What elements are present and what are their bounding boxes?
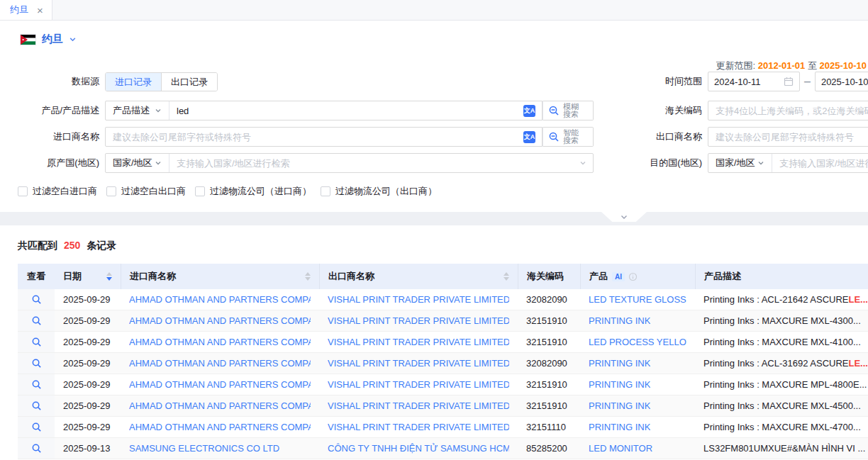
filter-checkbox-3[interactable]: 过滤物流公司（进口商） — [195, 185, 311, 198]
column-header-importer[interactable]: 进口商名称 — [121, 264, 319, 289]
description-text: LS32FM801UMXUE#&MÀN HÌNH VI ... — [703, 443, 865, 454]
chevron-down-icon[interactable] — [579, 159, 586, 167]
start-date-input[interactable]: 2024-10-11 — [708, 72, 800, 91]
sort-desc-icon[interactable] — [106, 277, 112, 281]
exporter-link[interactable]: VISHAL PRINT TRADER PRIVATE LIMITED — [328, 379, 509, 390]
exporter-link[interactable]: VISHAL PRINT TRADER PRIVATE LIMITED — [328, 294, 509, 305]
sort-asc-icon[interactable] — [305, 272, 311, 276]
importer-cell: AHMAD OTHMAN AND PARTNERS COMPA... — [121, 374, 319, 395]
checkbox[interactable] — [18, 186, 28, 196]
product-link[interactable]: PRINTING INK — [589, 315, 650, 326]
product-link[interactable]: PRINTING INK — [589, 422, 650, 432]
info-icon[interactable] — [628, 272, 638, 281]
description-text: Printing Inks : MAXCURE MXL-4100... — [703, 337, 861, 347]
sort-desc-icon[interactable] — [503, 277, 509, 281]
product-link[interactable]: LED TEXTURE GLOSS ... — [589, 294, 686, 305]
exporter-link[interactable]: VISHAL PRINT TRADER PRIVATE LIMITED — [328, 422, 509, 432]
column-label: 查看 — [27, 270, 45, 283]
checkbox[interactable] — [195, 186, 205, 196]
country-selector[interactable]: 约旦 — [20, 33, 77, 46]
sort-desc-icon[interactable] — [305, 277, 311, 281]
product-type-select[interactable]: 产品描述 — [106, 101, 169, 120]
importer-link[interactable]: AHMAD OTHMAN AND PARTNERS COMPA... — [129, 379, 311, 390]
filter-checkbox-4[interactable]: 过滤物流公司（出口商） — [321, 185, 437, 198]
dest-country-control: 国家/地区 — [708, 153, 868, 173]
view-record-button[interactable] — [31, 358, 42, 369]
product-link[interactable]: LED PROCESS YELLOW... — [589, 337, 686, 347]
data-source-toggle: 进口记录 出口记录 — [105, 72, 218, 91]
filter-checkbox-1[interactable]: 过滤空白进口商 — [18, 185, 97, 198]
origin-country-input[interactable] — [169, 158, 579, 169]
checkbox[interactable] — [106, 186, 116, 196]
chevron-down-icon — [155, 159, 162, 167]
column-header-exporter[interactable]: 出口商名称 — [319, 264, 518, 289]
exporter-link[interactable]: VISHAL PRINT TRADER PRIVATE LIMITED — [328, 315, 509, 326]
search-panel: 约旦 更新范围: 2012-01-01 至 2025-10-10 数据源 进口记… — [0, 21, 868, 212]
end-date-input[interactable]: 2025-10-10 — [815, 72, 868, 91]
dest-country-input[interactable] — [772, 158, 868, 169]
fuzzy-search-button[interactable]: 模糊搜索 — [542, 101, 594, 120]
hs-code-label: 海关编码 — [625, 104, 702, 117]
view-record-button[interactable] — [31, 422, 42, 432]
hs-code-cell: 32082090 — [518, 353, 580, 374]
importer-link[interactable]: AHMAD OTHMAN AND PARTNERS COMPA... — [129, 315, 311, 326]
checkbox[interactable] — [321, 186, 330, 196]
hs-code-cell: 32151110 — [518, 417, 580, 437]
end-date-value: 2025-10-10 — [821, 77, 868, 87]
product-link[interactable]: PRINTING INK — [589, 379, 650, 390]
view-record-button[interactable] — [31, 294, 42, 305]
form-row-importer: 进口商名称 文A 智能搜索 出口商名称 — [0, 127, 868, 147]
product-link[interactable]: LED MONITOR — [589, 443, 652, 454]
exporter-name-input[interactable] — [708, 127, 868, 147]
summary-prefix: 共匹配到 — [18, 240, 57, 251]
importer-link[interactable]: AHMAD OTHMAN AND PARTNERS COMPA... — [129, 294, 311, 305]
view-record-button[interactable] — [31, 337, 42, 347]
product-link[interactable]: PRINTING INK — [589, 358, 650, 369]
sort-asc-icon[interactable] — [106, 272, 112, 276]
importer-link[interactable]: AHMAD OTHMAN AND PARTNERS COMPA... — [129, 337, 311, 347]
description-highlight: LE... — [849, 358, 868, 369]
product-link[interactable]: PRINTING INK — [589, 400, 650, 411]
importer-cell: AHMAD OTHMAN AND PARTNERS COMPA... — [121, 310, 319, 331]
view-record-button[interactable] — [31, 379, 42, 390]
description-cell: Printing Inks : MAXCURE MXL-4500... — [695, 396, 868, 416]
tab-jordan[interactable]: 约旦 × — [0, 0, 52, 20]
table-row: 2025-09-29AHMAD OTHMAN AND PARTNERS COMP… — [18, 332, 868, 353]
view-record-button[interactable] — [31, 400, 42, 411]
date-cell: 2025-09-29 — [55, 417, 121, 437]
exporter-group: 出口商名称 — [625, 127, 868, 147]
filter-checkbox-2[interactable]: 过滤空白出口商 — [106, 185, 186, 198]
smart-search-button[interactable]: 智能搜索 — [542, 127, 594, 147]
view-record-button[interactable] — [31, 443, 42, 454]
tab-export-records[interactable]: 出口记录 — [161, 73, 217, 91]
sort-icons[interactable] — [106, 272, 112, 281]
update-range-label: 更新范围: — [716, 60, 756, 71]
exporter-link[interactable]: CÔNG TY TNHH ĐIỆN TỬ SAMSUNG HCMC... — [328, 443, 509, 454]
column-header-date[interactable]: 日期 — [55, 264, 121, 289]
origin-type-select[interactable]: 国家/地区 — [106, 154, 169, 172]
importer-name-input[interactable] — [106, 132, 523, 142]
tab-import-records[interactable]: 进口记录 — [106, 73, 161, 91]
translate-icon[interactable]: 文A — [523, 131, 535, 143]
sort-icons[interactable] — [305, 272, 311, 281]
view-record-button[interactable] — [31, 315, 42, 326]
translate-icon[interactable]: 文A — [523, 105, 535, 117]
sort-asc-icon[interactable] — [503, 272, 509, 276]
importer-link[interactable]: AHMAD OTHMAN AND PARTNERS COMPA... — [129, 358, 311, 369]
importer-cell: AHMAD OTHMAN AND PARTNERS COMPA... — [121, 417, 319, 437]
exporter-link[interactable]: VISHAL PRINT TRADER PRIVATE LIMITED — [328, 400, 509, 411]
hs-code-input[interactable] — [708, 101, 868, 120]
importer-link[interactable]: SAMSUNG ELECTRONICS CO LTD — [129, 443, 279, 454]
view-cell — [18, 310, 55, 331]
tab-close-icon[interactable]: × — [37, 5, 43, 16]
description-text: Printing Inks : ACL-31692 ASCURE — [703, 358, 849, 369]
importer-link[interactable]: AHMAD OTHMAN AND PARTNERS COMPA... — [129, 400, 311, 411]
collapse-panel-button[interactable] — [601, 212, 647, 222]
dest-type-select[interactable]: 国家/地区 — [708, 154, 772, 172]
exporter-link[interactable]: VISHAL PRINT TRADER PRIVATE LIMITED — [328, 337, 509, 347]
product-search-input[interactable] — [169, 106, 523, 116]
sort-icons[interactable] — [503, 272, 509, 281]
exporter-link[interactable]: VISHAL PRINT TRADER PRIVATE LIMITED — [328, 358, 509, 369]
form-row-origin: 原产国(地区) 国家/地区 目的国(地区) 国家/地区 — [0, 153, 868, 173]
importer-link[interactable]: AHMAD OTHMAN AND PARTNERS COMPA... — [129, 422, 311, 432]
